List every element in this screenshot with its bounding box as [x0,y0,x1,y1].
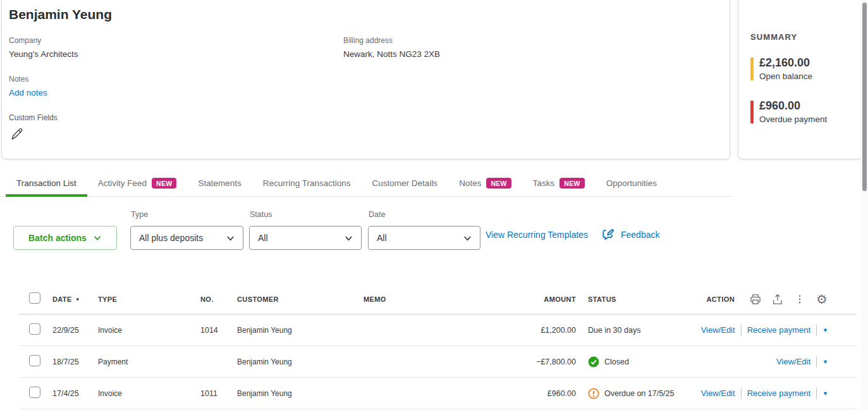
date-filter-value: All [377,233,387,243]
col-header-memo[interactable]: MEMO [364,295,386,303]
chevron-down-icon [93,233,102,242]
summary-color-bar [750,58,754,80]
feedback-bubble-icon [601,228,615,242]
row-customer: Benjamin Yeung [237,357,292,366]
action-separator [816,356,817,368]
view-edit-link[interactable]: View/Edit [701,388,735,398]
add-notes-link[interactable]: Add notes [9,88,47,97]
tab-label: Opportunities [606,178,657,188]
tab-customer-details[interactable]: Customer Details [362,177,449,197]
company-label: Company [9,36,41,45]
select-all-checkbox[interactable] [29,292,40,304]
action-separator [741,325,742,336]
tab-notes[interactable]: NotesNEW [448,177,522,197]
batch-actions-label: Batch actions [28,233,87,243]
customer-page: Benjamin Yeung Company Yeung's Architect… [0,0,868,410]
summary-amount: £2,160.00 [759,56,810,70]
tab-transaction-list[interactable]: Transaction List [6,177,87,197]
receive-payment-link[interactable]: Receive payment [747,388,810,398]
pencil-icon[interactable] [10,127,24,141]
row-no: 1014 [200,326,218,335]
new-badge: NEW [559,178,584,189]
row-amount: £960.00 [547,389,576,398]
tab-label: Notes [459,178,481,188]
more-vertical-icon[interactable] [793,293,806,306]
status-text: Due in 30 days [588,326,640,335]
billing-address-value: Newark, Notts NG23 2XB [343,49,440,59]
tab-label: Statements [198,178,241,188]
closed-check-icon [588,356,599,368]
action-dropdown-caret-icon[interactable]: ▼ [822,359,828,365]
row-date: 22/9/25 [52,326,79,335]
tab-label: Activity Feed [98,178,147,188]
tab-label: Transaction List [16,178,76,188]
summary-amount: £960.00 [759,99,800,113]
export-icon[interactable] [771,293,784,306]
row-checkbox[interactable] [29,387,40,398]
col-header-customer[interactable]: CUSTOMER [237,295,279,303]
view-edit-link[interactable]: View/Edit [701,325,735,335]
row-no: 1011 [200,389,217,398]
col-header-type[interactable]: TYPE [98,295,117,303]
action-dropdown-caret-icon[interactable]: ▼ [822,327,828,333]
summary-label: Open balance [759,71,812,81]
receive-payment-link[interactable]: Receive payment [747,325,810,335]
row-amount: −£7,800.00 [536,357,576,366]
col-header-amount[interactable]: AMOUNT [544,295,576,303]
action-separator [816,325,817,336]
new-badge: NEW [152,178,176,189]
row-amount: £1,200.00 [541,326,576,335]
view-edit-link[interactable]: View/Edit [776,357,810,366]
status-filter-select[interactable]: All [249,226,362,250]
batch-actions-button[interactable]: Batch actions [13,226,117,250]
new-badge: NEW [486,178,511,189]
type-filter-select[interactable]: All plus deposits [130,226,243,250]
settings-gear-icon[interactable]: ⚙ [816,293,828,306]
col-header-date[interactable]: DATE▼ [52,295,80,303]
tab-opportunities[interactable]: Opportunities [596,177,668,197]
print-icon[interactable] [749,293,762,306]
chevron-down-icon [344,233,353,243]
row-checkbox[interactable] [29,323,40,335]
chevron-down-icon [226,233,235,243]
col-header-status[interactable]: STATUS [588,295,616,303]
sort-desc-icon: ▼ [75,297,80,302]
table-row: 22/9/25Invoice1014Benjamin Yeung£1,200.0… [19,314,857,346]
row-status: Overdue on 17/5/25 [588,388,675,399]
col-header-no[interactable]: NO. [200,295,214,303]
transaction-table-header: DATE▼ TYPE NO. CUSTOMER MEMO AMOUNT STAT… [19,285,857,314]
action-separator [816,388,817,399]
row-customer: Benjamin Yeung [237,326,292,335]
tab-label: Recurring Transactions [263,178,351,188]
row-status: Due in 30 days [588,326,640,335]
tab-label: Tasks [533,178,555,188]
summary-color-bar [750,101,754,123]
vertical-scrollbar [861,0,868,410]
feedback-link[interactable]: Feedback [601,228,659,242]
tab-recurring-transactions[interactable]: Recurring Transactions [252,177,362,197]
status-text: Overdue on 17/5/25 [604,389,675,398]
row-checkbox[interactable] [29,355,40,366]
tab-tasks[interactable]: TasksNEW [522,177,596,197]
type-filter-value: All plus deposits [139,233,203,243]
action-dropdown-caret-icon[interactable]: ▼ [822,390,828,397]
overdue-alert-icon [588,388,599,399]
view-recurring-templates-link[interactable]: View Recurring Templates [486,230,588,240]
type-filter-label: Type [131,210,148,219]
page-title: Benjamin Yeung [9,7,112,22]
billing-address-label: Billing address [343,36,393,45]
tab-statements[interactable]: Statements [187,177,252,197]
chevron-down-icon [463,233,472,243]
row-status: Closed [588,356,629,368]
row-date: 17/4/25 [52,389,79,398]
col-header-action: ACTION [706,295,735,303]
custom-fields-label: Custom Fields [9,113,58,122]
date-filter-select[interactable]: All [368,226,480,250]
summary-title: SUMMARY [750,32,797,42]
tab-activity-feed[interactable]: Activity FeedNEW [87,177,188,197]
scrollbar-thumb[interactable] [862,3,867,191]
company-value: Yeung's Architects [9,49,78,59]
row-type: Payment [98,357,128,366]
row-type: Invoice [98,389,122,398]
row-date: 18/7/25 [52,357,79,366]
